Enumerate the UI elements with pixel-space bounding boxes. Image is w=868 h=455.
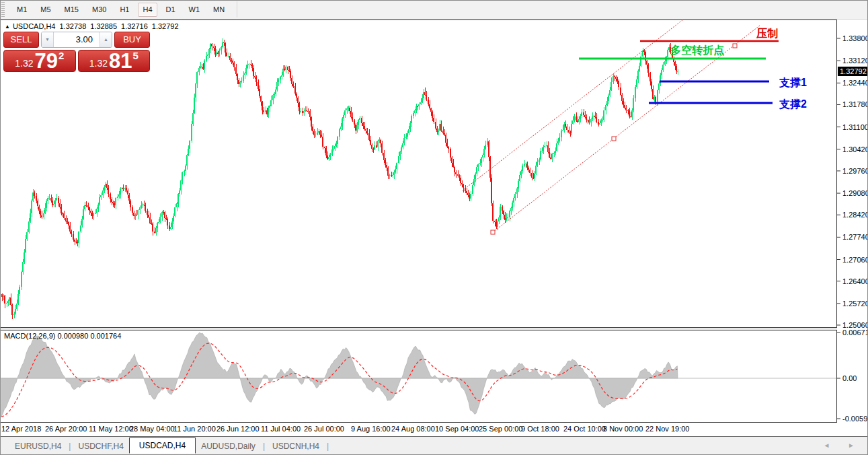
- chart-tab-eurusd-h4[interactable]: EURUSD,H4: [9, 439, 67, 454]
- price-axis-label: 1.26400: [842, 277, 868, 285]
- time-axis-label: 12 Apr 2018: [1, 425, 41, 433]
- toolbar-grip[interactable]: [1, 2, 5, 17]
- ohlc-close: 1.32792: [152, 22, 179, 30]
- time-axis-label: 11 Jul 04:00: [261, 425, 301, 433]
- price-axis-label: 1.30420: [842, 145, 868, 153]
- timeframe-toolbar: M1M5M15M30H1H4D1W1MN: [0, 0, 868, 20]
- collapse-arrow-icon[interactable]: ▲: [5, 24, 10, 30]
- chart-tab-bar: EURUSD,H4|USDCHF,H4USDCAD,H4AUDUSD,Daily…: [0, 436, 868, 455]
- sell-price-pip: 2: [58, 50, 64, 61]
- time-axis-label: 26 Apr 20:00: [45, 425, 87, 433]
- time-axis-label: 26 Jun 12:00: [216, 425, 260, 433]
- time-axis[interactable]: 12 Apr 201826 Apr 20:0011 May 12:0028 Ma…: [0, 423, 837, 436]
- timeframe-button-m30[interactable]: M30: [87, 3, 111, 17]
- macd-indicator-pane[interactable]: [0, 330, 837, 423]
- current-price-badge: 1.32792: [838, 67, 868, 76]
- time-axis-label: 24 Oct 10:00: [563, 425, 606, 433]
- time-axis-label: 8 Nov 00:00: [603, 425, 643, 433]
- timeframe-button-m15[interactable]: M15: [60, 3, 83, 17]
- timeframe-button-w1[interactable]: W1: [184, 3, 205, 17]
- volume-increase-icon[interactable]: ▲: [100, 32, 112, 47]
- tab-separator: |: [327, 442, 329, 451]
- price-axis-label: 1.29080: [842, 189, 868, 197]
- tab-scroll-arrows-icon[interactable]: ◄ ►: [823, 442, 863, 449]
- resistance-label[interactable]: 压制: [756, 27, 778, 41]
- time-axis-label: 22 Nov 19:00: [645, 425, 689, 433]
- buy-price-button[interactable]: 1.32 81 5: [78, 50, 151, 72]
- price-axis-label: 1.25720: [842, 300, 868, 308]
- chart-tabs: EURUSD,H4|USDCHF,H4USDCAD,H4AUDUSD,Daily…: [9, 439, 331, 454]
- volume-spinner: ▼ 3.00 ▲: [41, 32, 112, 48]
- chart-tab-usdchf-h4[interactable]: USDCHF,H4: [73, 439, 128, 454]
- sell-button[interactable]: SELL: [3, 32, 39, 48]
- ohlc-low: 1.32716: [121, 22, 148, 30]
- buy-button[interactable]: BUY: [114, 32, 150, 48]
- support1-label[interactable]: 支撑1: [779, 76, 807, 90]
- chart-symbol-label: USDCAD,H4: [13, 22, 56, 30]
- price-axis-label: 1.27740: [842, 233, 868, 241]
- time-axis-label: 9 Oct 18:00: [521, 425, 559, 433]
- tab-separator: |: [263, 442, 265, 451]
- time-axis-label: 9 Aug 16:00: [351, 425, 391, 433]
- price-axis-label: 1.31100: [842, 123, 868, 131]
- sell-price-button[interactable]: 1.32 79 2: [3, 50, 76, 72]
- macd-indicator-label: MACD(12,26,9) 0.000980 0.001764: [4, 332, 121, 340]
- ohlc-high: 1.32885: [90, 22, 117, 30]
- ohlc-open: 1.32738: [60, 22, 87, 30]
- timeframe-button-mn[interactable]: MN: [208, 3, 229, 17]
- time-axis-label: 26 Jul 00:00: [304, 425, 344, 433]
- time-axis-label: 24 Aug 08:00: [391, 425, 435, 433]
- macd-axis-label: 0.00: [842, 374, 857, 382]
- timeframe-button-h4[interactable]: H4: [138, 3, 157, 17]
- volume-decrease-icon[interactable]: ▼: [42, 32, 54, 47]
- toolbar-separator: [237, 1, 237, 18]
- price-axis[interactable]: 1.32792 1.338001.331201.324401.317801.31…: [838, 20, 868, 423]
- time-axis-label: 25 Sep 00:00: [479, 425, 522, 433]
- timeframe-button-m5[interactable]: M5: [36, 3, 55, 17]
- chart-tab-usdcad-h4[interactable]: USDCAD,H4: [129, 438, 196, 454]
- price-axis-label: 1.33800: [842, 34, 868, 42]
- time-axis-label: 28 May 04:00: [130, 425, 175, 433]
- price-axis-label: 1.33120: [842, 57, 868, 65]
- sell-price-prefix: 1.32: [15, 59, 33, 68]
- volume-input[interactable]: 3.00: [54, 32, 100, 47]
- support2-label[interactable]: 支撑2: [779, 98, 807, 112]
- price-axis-label: 1.29760: [842, 167, 868, 175]
- price-axis-label: 1.28420: [842, 211, 868, 219]
- price-axis-label: 1.31780: [842, 100, 868, 108]
- timeframe-button-h1[interactable]: H1: [115, 3, 134, 17]
- time-axis-label: 11 Jun 20:00: [173, 425, 216, 433]
- tab-separator: |: [69, 442, 71, 451]
- sell-price-main: 79: [34, 53, 57, 69]
- timeframe-buttons: M1M5M15M30H1H4D1W1MN: [10, 3, 231, 17]
- buy-price-pip: 5: [132, 50, 138, 61]
- macd-axis-label: 0.006718: [842, 328, 868, 337]
- pivot-label[interactable]: 多空转折点: [670, 44, 724, 58]
- chart-title: ▲USDCAD,H41.327381.328851.327161.32792: [5, 22, 179, 30]
- chart-tab-audusd-daily[interactable]: AUDUSD,Daily: [196, 439, 261, 454]
- buy-price-prefix: 1.32: [89, 59, 108, 68]
- price-axis-label: 1.32440: [842, 79, 868, 87]
- time-axis-label: 10 Sep 04:00: [435, 425, 479, 433]
- chart-tab-usdcnh-h4[interactable]: USDCNH,H4: [267, 439, 325, 454]
- price-axis-label: 1.27060: [842, 256, 868, 264]
- mt4-terminal-window: M1M5M15M30H1H4D1W1MN ▲USDCAD,H41.327381.…: [0, 0, 868, 455]
- macd-axis-label: -0.005925: [842, 415, 868, 423]
- one-click-trading-panel: SELL ▼ 3.00 ▲ BUY 1.32 79 2 1.32 81 5: [3, 32, 150, 72]
- timeframe-button-d1[interactable]: D1: [161, 3, 180, 17]
- buy-price-main: 81: [109, 53, 132, 69]
- timeframe-button-m1[interactable]: M1: [12, 3, 32, 17]
- time-axis-label: 11 May 12:00: [89, 425, 133, 433]
